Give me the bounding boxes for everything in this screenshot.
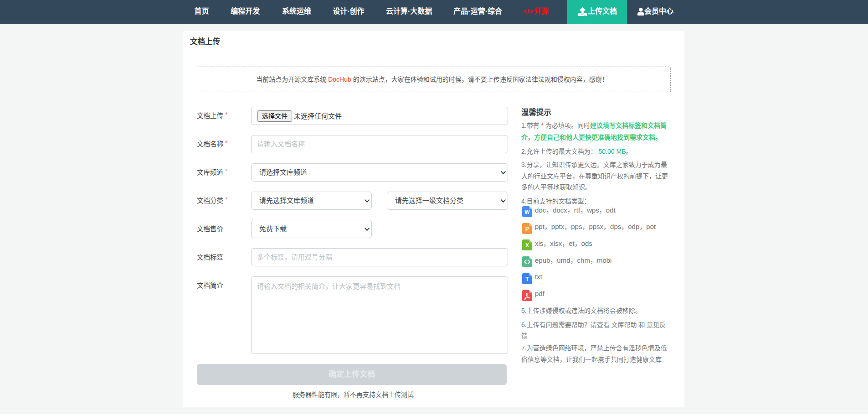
svg-text:X: X — [525, 242, 529, 249]
svg-text:T: T — [525, 276, 529, 282]
svg-text:W: W — [524, 209, 530, 215]
svg-text:P: P — [525, 226, 529, 232]
